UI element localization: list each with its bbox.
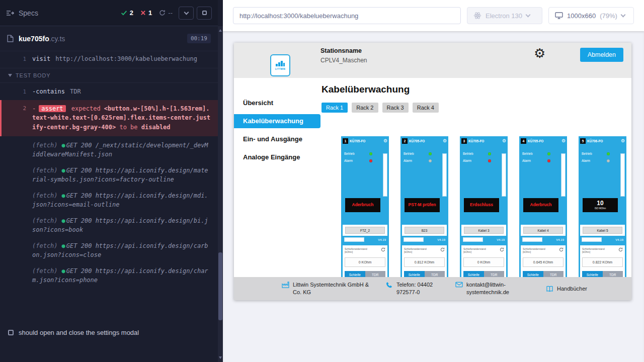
failed-stat[interactable]: 1 — [140, 9, 152, 17]
fetch-label: (fetch) — [32, 142, 58, 149]
failed-count: 1 — [148, 9, 152, 17]
cable-label-field[interactable]: Kabel 3 — [464, 227, 504, 234]
assert-message: -assert expected <button.w-[50%].h-[1.56… — [32, 104, 212, 132]
module-cards: 1 KÜ705-FO ⚙ Betrieb Alarm Aderbruch FTZ… — [341, 136, 631, 287]
stop-icon — [202, 11, 207, 15]
collapse-button[interactable] — [179, 7, 194, 20]
spec-name[interactable]: kue705fo.cy.ts — [19, 35, 182, 43]
mini-input[interactable] — [582, 237, 602, 242]
betrieb-led — [547, 152, 550, 155]
specs-button[interactable]: Specs — [6, 9, 121, 17]
measurement-label: Schleifenwiderstand [kOhm] — [345, 247, 376, 254]
cable-label-field[interactable]: Kabel 4 — [523, 227, 563, 234]
footer-manuals[interactable]: Handbücher — [546, 285, 596, 293]
status-dot-icon: ● — [62, 142, 65, 149]
module-gear-icon[interactable]: ⚙ — [621, 139, 625, 143]
indicator-strip — [442, 153, 447, 197]
command-arg: http://localhost:3000/kabelueberwachung — [55, 55, 197, 63]
test-body-section[interactable]: TEST BODY — [0, 68, 218, 83]
aut-panel: http://localhost:3000/kabelueberwachung … — [223, 0, 644, 362]
mini-input[interactable] — [344, 237, 364, 242]
module-gear-icon[interactable]: ⚙ — [443, 139, 447, 143]
failed-assert-row[interactable]: 2 -assert expected <button.w-[50%].h-[1.… — [0, 100, 218, 136]
sidebar-item-kabelueberwachung[interactable]: Kabelüberwachung — [234, 114, 320, 128]
line-number: 1 — [0, 87, 32, 96]
fetch-log-row[interactable]: (fetch)●GET 200 https://api.iconify.desi… — [0, 238, 218, 263]
logo-text: LITTWIN — [275, 68, 285, 70]
fetch-label: (fetch) — [32, 167, 58, 174]
module-leds: Betrieb Alarm — [343, 152, 387, 198]
mini-input[interactable] — [522, 237, 542, 242]
status-dot-icon: ● — [62, 217, 65, 224]
spec-header: kue705fo.cy.ts 00:19 — [0, 26, 218, 51]
tab-rack-1[interactable]: Rack 1 — [321, 103, 348, 113]
refresh-icon[interactable] — [500, 247, 504, 252]
cable-label-field[interactable]: B23 — [405, 227, 444, 234]
refresh-icon[interactable] — [618, 247, 623, 252]
station-value: CPLV4_Maschen — [320, 57, 367, 64]
module-gear-icon[interactable]: ⚙ — [502, 139, 506, 143]
test-stats: 2 1 -- — [121, 9, 173, 17]
mini-input[interactable] — [404, 237, 424, 242]
tab-rack-3[interactable]: Rack 3 — [382, 103, 409, 113]
module-card-3: 3 KÜ705-FO ⚙ Betrieb Alarm Erdschluss Ka… — [460, 136, 508, 287]
fetch-url: https://api.iconify.design/charm.json?ic… — [32, 267, 208, 284]
logout-button[interactable]: Abmelden — [580, 48, 623, 62]
betrieb-label: Betrieb — [404, 152, 414, 155]
alarm-label: Alarm — [582, 159, 590, 162]
module-head: 1 KÜ705-FO ⚙ — [343, 138, 387, 144]
mini-input[interactable] — [463, 237, 483, 242]
cable-label-field[interactable]: Kabel 5 — [583, 227, 622, 234]
firmware-version: V4.19 — [615, 238, 623, 241]
email-text: kontakt@littwin-systemtechnik.de — [466, 281, 546, 296]
measurement-label: Schleifenwiderstand [kOhm] — [582, 247, 613, 254]
status-dot-icon: ● — [62, 267, 65, 275]
sidebar-item-ein-und-ausgaenge[interactable]: Ein- und Ausgänge — [234, 132, 320, 146]
assert-badge: assert — [39, 105, 65, 112]
refresh-icon[interactable] — [381, 247, 385, 252]
sidebar-item-analoge-eingaenge[interactable]: Analoge Eingänge — [234, 150, 320, 164]
browser-name: Electron 130 — [486, 12, 522, 20]
browser-select[interactable]: Electron 130 — [467, 7, 542, 24]
settings-gear-icon[interactable]: ⚙ — [534, 46, 545, 61]
module-number: 4 — [521, 138, 526, 144]
scroll-up-arrow-icon[interactable] — [219, 29, 222, 32]
scrollbar-thumb[interactable] — [218, 252, 222, 320]
book-icon — [546, 286, 553, 292]
viewport-size: 1000x660 — [567, 12, 596, 20]
iso-unit: ISO MOhm — [595, 208, 606, 210]
module-gear-icon[interactable]: ⚙ — [383, 139, 387, 143]
fetch-log-row[interactable]: (fetch)●GET 200 https://api.iconify.desi… — [0, 162, 218, 188]
refresh-icon[interactable] — [440, 247, 445, 252]
refresh-icon[interactable] — [559, 247, 564, 252]
module-gear-icon[interactable]: ⚙ — [561, 139, 566, 143]
alarm-led — [488, 159, 491, 162]
version-row: V4.19 — [580, 236, 625, 243]
firmware-version: V4.19 — [497, 238, 505, 241]
stop-button[interactable] — [197, 7, 212, 20]
viewport-select[interactable]: 1000x660 (79%) — [548, 7, 634, 24]
next-test-row[interactable]: should open and close the settings modal — [0, 323, 218, 342]
fetch-log-row[interactable]: (fetch)●GET 200 https://api.iconify.desi… — [0, 213, 218, 238]
module-card-4: 4 KÜ705-FO ⚙ Betrieb Alarm Aderbruch Kab… — [519, 136, 567, 287]
contains-command-row[interactable]: 1 -contains TDR — [0, 85, 218, 99]
sidebar-item-uebersicht[interactable]: Übersicht — [234, 96, 320, 110]
command-name: -contains — [32, 87, 65, 96]
tab-rack-4[interactable]: Rack 4 — [413, 103, 439, 113]
pending-stat[interactable]: -- — [159, 9, 173, 17]
fetch-log-row[interactable]: (fetch)●GET 200 https://api.iconify.desi… — [0, 188, 218, 213]
scroll-down-arrow-icon[interactable] — [219, 356, 222, 359]
tab-rack-2[interactable]: Rack 2 — [352, 103, 378, 113]
cable-label-field[interactable]: FTZ_2 — [345, 227, 385, 234]
command-log: 1 visit http://localhost:3000/kabelueber… — [0, 51, 218, 288]
fetch-log-row[interactable]: (fetch)●GET 200 /_next/static/developmen… — [0, 137, 218, 162]
reporter-scrollbar[interactable] — [218, 26, 223, 362]
url-input[interactable]: http://localhost:3000/kabelueberwachung — [233, 7, 461, 24]
spec-file-icon — [7, 35, 14, 42]
visit-command-row[interactable]: 1 visit http://localhost:3000/kabelueber… — [0, 52, 218, 66]
fetch-log-row[interactable]: (fetch)●GET 200 https://api.iconify.desi… — [0, 263, 218, 288]
specs-label: Specs — [19, 9, 38, 17]
status-display: Erdschluss — [464, 198, 499, 212]
monitor-icon — [555, 12, 563, 19]
passed-stat[interactable]: 2 — [121, 9, 133, 17]
